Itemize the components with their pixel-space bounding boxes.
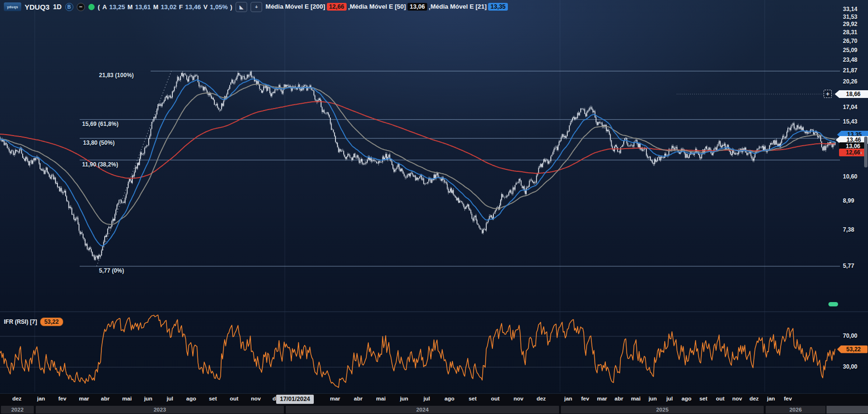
time-axis-month[interactable]: set	[209, 396, 217, 401]
time-axis-month[interactable]: set	[469, 396, 477, 401]
time-axis-month[interactable]: nov	[732, 396, 742, 401]
ma-value-badge: 13,06	[407, 3, 427, 11]
fib-trendline[interactable]	[97, 71, 171, 266]
ma-value-badge: 13,35	[488, 3, 508, 11]
crosshair-cursor-icon[interactable]: +	[824, 90, 832, 98]
time-axis-month[interactable]: jun	[648, 396, 657, 401]
ema-200-line[interactable]	[0, 102, 835, 179]
market-phase-icon: −	[77, 3, 85, 11]
time-axis-month[interactable]: jan	[37, 396, 45, 401]
time-axis-month[interactable]: dez	[536, 396, 546, 401]
time-axis-year[interactable]: 2025	[561, 406, 764, 414]
time-axis-month[interactable]: mai	[376, 396, 386, 401]
time-axis-month[interactable]: jan	[767, 396, 775, 401]
time-axis-month[interactable]: fev	[58, 396, 67, 401]
ma-legend-label: Média Móvel E [200]	[266, 3, 325, 10]
ma-legend-item[interactable]: Média Móvel E [200]12,66	[266, 3, 348, 11]
time-axis-month[interactable]: jul	[167, 396, 173, 401]
time-axis-month[interactable]: dez	[12, 396, 21, 401]
ohlc-field-label: M	[127, 3, 133, 11]
time-axis-month[interactable]: mar	[597, 396, 607, 401]
time-axis-month[interactable]: mai	[122, 396, 132, 401]
timeframe-label[interactable]: 1D	[53, 3, 62, 11]
scrollbar-chevron-icon[interactable]: ‹	[860, 150, 862, 155]
ma-value-badge: 12,66	[327, 3, 347, 11]
exchange-icon: B	[65, 3, 73, 11]
time-axis-month[interactable]: dez	[749, 396, 758, 401]
symbol-label[interactable]: YDUQ3	[25, 3, 50, 11]
time-axis-month[interactable]: out	[230, 396, 238, 401]
ma-legend-label: Média Móvel E [50]	[350, 3, 406, 10]
rsi-header: IFR (RSI) [7] 53,22	[4, 317, 63, 326]
ohlc-field-label: M	[153, 3, 158, 11]
chart-header: yduqs YDUQ3 1D B − (A13,25M13,61M13,02F1…	[0, 0, 509, 14]
rsi-label[interactable]: IFR (RSI) [7]	[4, 318, 37, 325]
time-axis-month[interactable]: jun	[400, 396, 408, 401]
time-axis-month[interactable]: ago	[186, 396, 196, 401]
moving-average-legend: Média Móvel E [200]12,66, Média Móvel E …	[266, 3, 509, 11]
pointer-tool-button[interactable]: ◣	[236, 2, 247, 12]
time-axis[interactable]: dezjanfevmarabrmaijunjulagosetoutnovdezm…	[0, 393, 868, 414]
rsi-line	[0, 315, 835, 387]
ohlc-paren: )	[230, 3, 232, 11]
ohlc-field-value: 13,02	[161, 3, 177, 11]
time-axis-month[interactable]: out	[491, 396, 500, 401]
time-axis-month[interactable]: out	[716, 396, 725, 401]
time-axis-year[interactable]: 2022	[1, 406, 34, 414]
time-axis-year[interactable]: 2024	[286, 406, 559, 414]
time-axis-month[interactable]: nov	[514, 396, 523, 401]
time-axis-corner-block	[826, 406, 868, 414]
time-axis-month[interactable]: mar	[79, 396, 89, 401]
time-axis-month[interactable]: ago	[682, 396, 691, 401]
add-indicator-button[interactable]: +	[251, 2, 262, 12]
time-axis-month[interactable]: jan	[564, 396, 573, 401]
status-dot-icon	[88, 4, 95, 10]
ohlc-field-value: 13,61	[135, 3, 151, 11]
time-axis-month[interactable]: abr	[101, 396, 110, 401]
price-chart-canvas[interactable]	[0, 0, 868, 414]
time-axis-month[interactable]: set	[700, 396, 708, 401]
trading-platform-window: 21,83 (100%)15,69 (61,8%)13,80 (50%)11,9…	[0, 0, 868, 414]
ohlc-readout: (A13,25M13,61M13,02F13,46V1,05%)	[98, 3, 232, 11]
time-axis-month[interactable]: jul	[666, 396, 672, 401]
rsi-value-badge-inline: 53,22	[40, 317, 63, 326]
ohlc-paren: (	[98, 3, 100, 11]
time-axis-year[interactable]: 2026	[766, 406, 826, 414]
time-axis-month[interactable]: ago	[445, 396, 454, 401]
time-axis-month[interactable]: abr	[615, 396, 623, 401]
time-axis-month[interactable]: fev	[784, 396, 792, 401]
crosshair-date-badge: 17/01/2024	[276, 395, 314, 404]
ma-legend-label: Média Móvel E [21]	[431, 3, 487, 10]
time-axis-month[interactable]: mar	[330, 396, 340, 401]
time-axis-month[interactable]: jul	[423, 396, 430, 401]
time-axis-year[interactable]: 2023	[36, 406, 284, 414]
ohlc-field-label: F	[179, 3, 183, 11]
ma-legend-item[interactable]: Média Móvel E [21]13,35	[431, 3, 510, 11]
time-axis-month[interactable]: abr	[354, 396, 363, 401]
time-axis-month[interactable]: nov	[251, 396, 261, 401]
price-axis-scrollbar-thumb[interactable]	[864, 137, 868, 167]
asset-logo: yduqs	[4, 2, 21, 11]
time-axis-month[interactable]: mai	[631, 396, 641, 401]
ema-21-line[interactable]	[0, 79, 835, 246]
realtime-indicator[interactable]	[828, 302, 838, 306]
time-axis-month[interactable]: jun	[144, 396, 152, 401]
ma-legend-item[interactable]: Média Móvel E [50]13,06	[350, 3, 429, 11]
ohlc-field-label: V	[203, 3, 208, 11]
ohlc-field-value: 1,05%	[210, 3, 228, 11]
ohlc-field-value: 13,46	[185, 3, 201, 11]
ohlc-field-value: 13,25	[109, 3, 125, 11]
ohlc-field-label: A	[102, 3, 107, 11]
time-axis-month[interactable]: fev	[581, 396, 589, 401]
